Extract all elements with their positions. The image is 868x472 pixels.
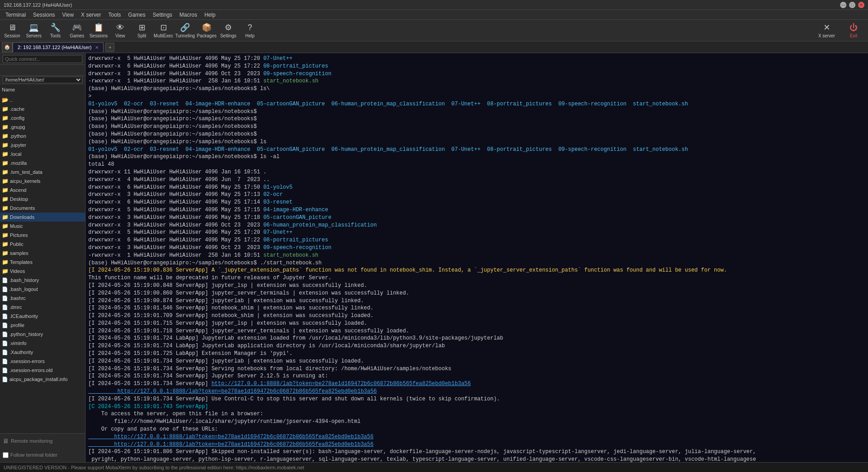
tree-item-config[interactable]: 📁.config — [0, 113, 85, 123]
menu-item-sessions[interactable]: Sessions — [29, 11, 59, 19]
tree-item-mozilla[interactable]: 📁.mozilla — [0, 159, 85, 168]
minimize-button[interactable]: — — [840, 2, 846, 8]
session-tool-button[interactable]: 🖥Session — [2, 21, 23, 41]
menu-item-x server[interactable]: X server — [77, 11, 105, 19]
menu-item-settings[interactable]: Settings — [149, 11, 176, 19]
tree-item-tvm_test_data[interactable]: 📁.tvm_test_data — [0, 168, 85, 177]
menu-item-terminal[interactable]: Terminal — [2, 11, 29, 19]
terminal-line: drwxrwxr-x 5 HwHiAiUser HwHiAiUser 4096 … — [88, 229, 865, 236]
exit-button[interactable]: ⏻Exit — [841, 21, 866, 41]
tree-item-aicpu_package_installinfo[interactable]: 📄aicpu_package_install.info — [0, 375, 85, 384]
term-link[interactable]: http://127.0.0.1:8888/lab?token=be278ae1… — [88, 434, 374, 440]
tab-close-0[interactable]: ✕ — [95, 45, 99, 50]
menu-item-macros[interactable]: Macros — [176, 11, 201, 19]
tree-item-viminfo[interactable]: 📄.viminfo — [0, 339, 85, 348]
term-link[interactable]: http://127.0.0.1:8888/lab?token=be278ae1… — [212, 381, 471, 387]
window-controls: — □ ✕ — [840, 2, 864, 8]
tree-item-iceauthority[interactable]: 📄.ICEauthority — [0, 312, 85, 321]
view-tool-button[interactable]: 👁View — [110, 21, 131, 41]
tree-item-desktop[interactable]: 📁Desktop — [0, 195, 85, 204]
menu-item-view[interactable]: View — [59, 11, 77, 19]
tree-item-samples[interactable]: 📁samples — [0, 249, 85, 258]
term-suffix: start_notebook.sh — [263, 78, 318, 84]
tree-item-label: samples — [10, 250, 28, 256]
tree-item-xsession-errors.old[interactable]: 📄.xsession-errors.old — [0, 366, 85, 375]
packages-tool-button[interactable]: 📦Packages — [196, 21, 217, 41]
tree-item-music[interactable]: 📁Music — [0, 222, 85, 231]
follow-terminal-checkbox[interactable] — [3, 452, 9, 458]
maximize-button[interactable]: □ — [849, 2, 855, 8]
term-text: [I 2024-05-26 15:19:00.860 ServerApp] ju… — [88, 290, 409, 296]
tree-item-label: .ICEauthority — [9, 313, 38, 319]
tree-item-public[interactable]: 📁Public — [0, 240, 85, 249]
sessions-tool-button[interactable]: 📋Sessions — [88, 21, 109, 41]
tree-path: /home/HwHiAiUser/ — [0, 76, 85, 85]
quick-connect-input[interactable] — [3, 55, 82, 63]
folder-icon: 📁 — [2, 250, 9, 256]
tree-item-videos[interactable]: 📁Videos — [0, 267, 85, 276]
terminal-line: [I 2024-05-26 15:19:01.734 ServerApp] Se… — [88, 365, 865, 373]
tree-item-bash_logout[interactable]: 📄.bash_logout — [0, 285, 85, 294]
terminal-area[interactable]: drwxrwxr-x 5 HwHiAiUser HwHiAiUser 4096 … — [86, 53, 868, 462]
tree-item-bash_history[interactable]: 📄.bash_history — [0, 276, 85, 285]
tree-item-profile[interactable]: 📄.profile — [0, 321, 85, 330]
tree-item-label: .jupyter — [10, 142, 26, 148]
tree-item-jupyter[interactable]: 📁.jupyter — [0, 141, 85, 150]
tree-item-python_history[interactable]: 📄.python_history — [0, 330, 85, 339]
status-text: UNREGISTERED VERSION - Please support Mo… — [4, 465, 304, 470]
tree-item-templates[interactable]: 📁Templates — [0, 258, 85, 267]
tree-item-ascend[interactable]: 📁Ascend — [0, 186, 85, 195]
help-tool-button[interactable]: ?Help — [240, 21, 260, 41]
games-tool-button[interactable]: 🎮Games — [67, 21, 87, 41]
term-text: (base) HwHiAiUser@orangepiaipro:~/sample… — [88, 154, 280, 160]
servers-tool-button[interactable]: 💻Servers — [23, 21, 44, 41]
multiexec-tool-button[interactable]: ⊡MultiExec — [153, 21, 174, 41]
term-text: (base) HwHiAiUser@orangepiaipro:~/sample… — [88, 116, 257, 122]
term-text: drwxrwxr-x 3 HwHiAiUser HwHiAiUser 4096 … — [88, 214, 263, 221]
split-tool-button[interactable]: ⊞Split — [131, 21, 152, 41]
terminal-line: -rwxrwxr-x 1 HwHiAiUser HwHiAiUser 258 J… — [88, 77, 865, 85]
term-suffix: 03-resnet — [263, 199, 293, 205]
folder-icon: 📁 — [2, 160, 9, 166]
tree-item-local[interactable]: 📁.local — [0, 150, 85, 159]
tab-0[interactable]: 2: 192.168.137.122 (HwHiAiUser)✕ — [13, 42, 104, 52]
tree-item-aicpu_kernels[interactable]: 📁aicpu_kernels — [0, 177, 85, 186]
tree-item-.[interactable]: 📂.. — [0, 95, 85, 104]
term-text: [I 2024-05-26 15:19:01.725 LabApp] Exten… — [88, 350, 293, 357]
tree-item-dmrc[interactable]: 📄.dmrc — [0, 303, 85, 312]
terminal-line: > — [88, 93, 865, 100]
home-tab[interactable]: 🏠 — [2, 42, 13, 52]
x server-button[interactable]: ✕X server — [814, 21, 839, 41]
tree-item-pictures[interactable]: 📁Pictures — [0, 231, 85, 240]
terminal-line: drwxrwxr-x 3 HwHiAiUser HwHiAiUser 4096 … — [88, 244, 865, 252]
tree-item-xauthority[interactable]: 📄.Xauthority — [0, 348, 85, 357]
close-button[interactable]: ✕ — [858, 2, 864, 8]
tunneling-tool-button[interactable]: 🔗Tunneling — [175, 21, 195, 41]
menu-item-games[interactable]: Games — [125, 11, 149, 19]
tree-item-cache[interactable]: 📁.cache — [0, 104, 85, 113]
remote-monitoring-label[interactable]: Remote monitoring — [11, 438, 53, 444]
tools-tool-button[interactable]: 🔧Tools — [45, 21, 66, 41]
term-text: > — [88, 93, 91, 100]
tree-item-documents[interactable]: 📁Documents — [0, 204, 85, 213]
tree-item-gnupg[interactable]: 📁.gnupg — [0, 123, 85, 132]
terminal-line: [I 2024-05-26 15:19:00.860 ServerApp] ju… — [88, 290, 865, 297]
term-link[interactable]: http://127.0.0.1:8888/lab?token=be278ae1… — [88, 441, 374, 448]
folder-icon: 📁 — [2, 115, 9, 121]
path-selector[interactable]: /home/HwHiAiUser/ — [3, 77, 82, 83]
settings-tool-button[interactable]: ⚙Settings — [218, 21, 239, 41]
tree-item-xsession-errors[interactable]: 📄.xsession-errors — [0, 357, 85, 366]
menu-item-tools[interactable]: Tools — [105, 11, 125, 19]
tree-item-downloads[interactable]: 📁Downloads — [0, 213, 85, 222]
term-text: [I 2024-05-26 15:19:01.718 ServerApp] ju… — [88, 328, 409, 334]
file-tree[interactable]: 📂..📁.cache📁.config📁.gnupg📁.python📁.jupyt… — [0, 95, 85, 433]
term-text: Or copy and paste one of these URLs: — [88, 426, 218, 432]
tree-item-bashrc[interactable]: 📄.bashrc — [0, 294, 85, 303]
tree-item-python[interactable]: 📁.python — [0, 132, 85, 141]
menu-item-help[interactable]: Help — [201, 11, 219, 19]
name-column-header: Name — [2, 87, 15, 92]
add-tab-button[interactable]: + — [105, 43, 114, 52]
tree-item-label: .cache — [10, 106, 24, 112]
term-link[interactable]: http://127.0.0.1:8888/lab?token=be278ae1… — [88, 388, 377, 395]
tree-item-label: .bash_logout — [9, 286, 38, 292]
